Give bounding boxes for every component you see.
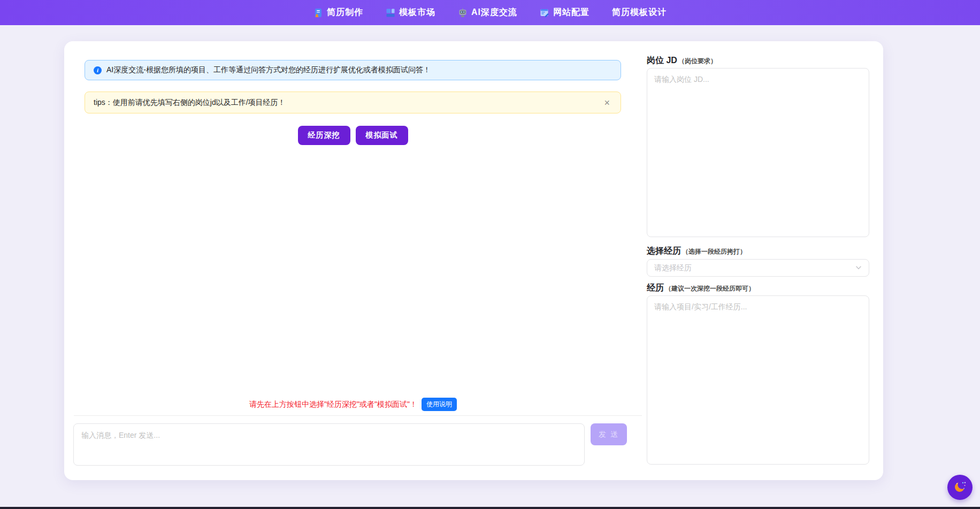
robot-icon — [458, 8, 468, 18]
select-exp-label-main: 选择经历 — [647, 246, 681, 257]
experience-textarea[interactable] — [647, 295, 869, 465]
exp-label-sub: （建议一次深挖一段经历即可） — [665, 284, 755, 293]
jd-label: 岗位 JD （岗位要求） — [647, 55, 717, 66]
nav-item-template-design[interactable]: 简历模板设计 — [612, 7, 667, 18]
exp-label-main: 经历 — [647, 283, 664, 294]
hint-row: 请先在上方按钮中选择"经历深挖"或者"模拟面试"！ 使用说明 — [75, 398, 631, 411]
site-config-icon — [540, 8, 549, 18]
exp-label: 经历 （建议一次深挖一段经历即可） — [647, 283, 755, 294]
select-exp-label-sub: （选择一段经历拷打） — [682, 247, 746, 256]
input-divider — [74, 415, 642, 416]
experience-select[interactable]: 请选择经历 — [647, 259, 869, 277]
mock-interview-button[interactable]: 模拟面试 — [356, 126, 408, 145]
top-navbar: 简历制作 模板市场 AI深度交流 — [0, 0, 980, 25]
mode-buttons-row: 经历深挖 模拟面试 — [85, 126, 621, 145]
message-input[interactable] — [73, 423, 585, 466]
moon-icon — [952, 478, 968, 496]
deep-dig-button[interactable]: 经历深挖 — [298, 126, 350, 145]
theme-toggle-button[interactable] — [947, 475, 973, 500]
close-icon[interactable]: × — [602, 97, 612, 109]
nav-item-ai-chat[interactable]: AI深度交流 — [458, 7, 517, 18]
nav-item-site-config[interactable]: 网站配置 — [540, 7, 589, 18]
experience-select-placeholder: 请选择经历 — [654, 263, 692, 273]
viewport-bottom-edge — [0, 507, 980, 509]
hint-text: 请先在上方按钮中选择"经历深挖"或者"模拟面试"！ — [249, 400, 417, 409]
usage-instructions-button[interactable]: 使用说明 — [422, 398, 457, 411]
jd-label-sub: （岗位要求） — [678, 57, 717, 66]
info-icon: i — [94, 66, 102, 74]
resume-make-icon — [313, 8, 323, 18]
nav-item-label: 模板市场 — [399, 7, 435, 18]
template-market-icon — [386, 8, 395, 18]
nav-item-label: 简历制作 — [327, 7, 363, 18]
nav-item-label: AI深度交流 — [471, 7, 517, 18]
tips-alert: tips：使用前请优先填写右侧的岗位jd以及工作/项目经历！ × — [85, 92, 621, 113]
nav-item-template-market[interactable]: 模板市场 — [386, 7, 435, 18]
nav-item-label: 网站配置 — [553, 7, 589, 18]
select-exp-label: 选择经历 （选择一段经历拷打） — [647, 246, 746, 257]
info-alert: i AI深度交流-根据您所填的项目、工作等通过问答方式对您的经历进行扩展优化或者… — [85, 60, 621, 80]
main-card: i AI深度交流-根据您所填的项目、工作等通过问答方式对您的经历进行扩展优化或者… — [64, 41, 883, 480]
nav-item-resume-make[interactable]: 简历制作 — [313, 7, 363, 18]
nav-item-label: 简历模板设计 — [612, 7, 667, 18]
jd-label-main: 岗位 JD — [647, 55, 677, 66]
send-button[interactable]: 发 送 — [591, 423, 627, 445]
jd-textarea[interactable] — [647, 68, 869, 237]
tips-alert-text: tips：使用前请优先填写右侧的岗位jd以及工作/项目经历！ — [94, 98, 286, 108]
info-alert-text: AI深度交流-根据您所填的项目、工作等通过问答方式对您的经历进行扩展优化或者模拟… — [106, 65, 431, 75]
chevron-down-icon — [855, 263, 862, 273]
